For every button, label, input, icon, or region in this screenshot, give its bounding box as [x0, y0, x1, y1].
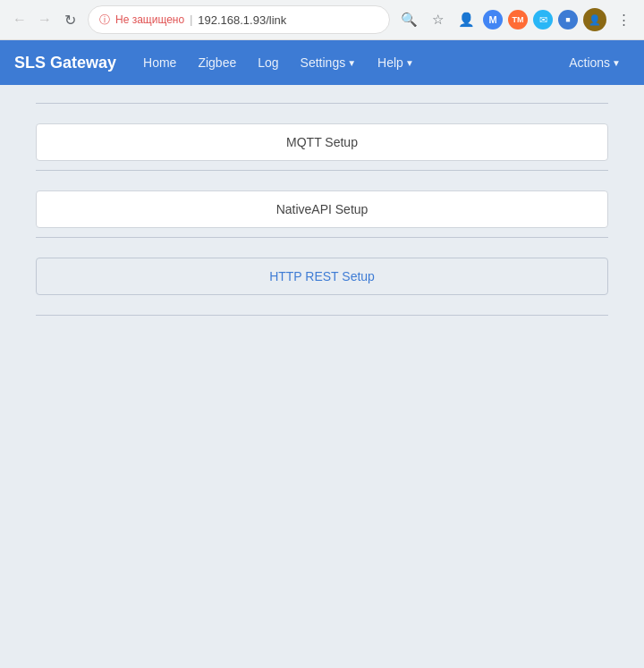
nav-settings-label: Settings [301, 55, 346, 70]
nav-log[interactable]: Log [249, 50, 287, 75]
nav-actions[interactable]: Actions ▼ [560, 50, 630, 75]
middle-divider-2 [36, 237, 608, 238]
security-icon: ⓘ [99, 13, 110, 28]
content-area: MQTT Setup NativeAPI Setup HTTP REST Set… [0, 85, 644, 666]
actions-dropdown-arrow: ▼ [612, 58, 621, 68]
bookmark-icon-btn[interactable]: ☆ [426, 8, 449, 31]
help-dropdown-arrow: ▼ [405, 58, 414, 68]
nav-zigbee[interactable]: Zigbee [189, 50, 245, 75]
mqtt-setup-button[interactable]: MQTT Setup [36, 123, 608, 161]
extension-icon-tm[interactable]: TM [508, 10, 528, 30]
address-bar[interactable]: ⓘ Не защищено | 192.168.1.93/link [88, 5, 390, 34]
browser-chrome: ← → ↻ ⓘ Не защищено | 192.168.1.93/link … [0, 0, 644, 40]
bottom-divider [36, 315, 608, 316]
nativeapi-setup-button[interactable]: NativeAPI Setup [36, 190, 608, 228]
navbar-links: Home Zigbee Log Settings ▼ Help ▼ [134, 50, 560, 75]
nav-home[interactable]: Home [134, 50, 185, 75]
mqtt-setup-section: MQTT Setup [36, 114, 608, 170]
actions-label: Actions [569, 55, 610, 70]
http-rest-setup-section: HTTP REST Setup [36, 249, 608, 304]
navbar-actions: Actions ▼ [560, 50, 630, 75]
nav-settings[interactable]: Settings ▼ [292, 50, 366, 75]
brand-name: SLS Gateway [14, 54, 116, 72]
back-button[interactable]: ← [9, 9, 30, 30]
reload-button[interactable]: ↻ [59, 9, 80, 30]
url-text: 192.168.1.93/link [198, 13, 378, 27]
navbar: SLS Gateway Home Zigbee Log Settings ▼ H… [0, 40, 644, 85]
top-divider [36, 103, 608, 104]
user-avatar[interactable]: 👤 [583, 8, 606, 31]
browser-actions: 🔍 ☆ 👤 M TM ✉ ■ 👤 ⋮ [397, 8, 635, 31]
url-insecure-label: Не защищено [115, 13, 184, 26]
url-separator: | [190, 13, 192, 26]
buttons-wrapper: MQTT Setup NativeAPI Setup HTTP REST Set… [36, 103, 608, 316]
browser-toolbar: ← → ↻ ⓘ Не защищено | 192.168.1.93/link … [0, 0, 644, 39]
profile-icon-btn[interactable]: 👤 [454, 8, 478, 31]
middle-divider-1 [36, 170, 608, 171]
extension-icon-tg[interactable]: ✉ [533, 10, 553, 30]
extension-icon-ext[interactable]: ■ [558, 10, 578, 30]
http-rest-setup-button[interactable]: HTTP REST Setup [36, 258, 608, 295]
settings-dropdown-arrow: ▼ [347, 58, 356, 68]
search-icon-btn[interactable]: 🔍 [397, 8, 420, 31]
nav-help[interactable]: Help ▼ [369, 50, 423, 75]
browser-nav-buttons: ← → ↻ [9, 9, 80, 30]
nativeapi-setup-section: NativeAPI Setup [36, 182, 608, 237]
account-icon-m[interactable]: M [483, 10, 503, 30]
menu-icon-btn[interactable]: ⋮ [612, 8, 635, 31]
forward-button[interactable]: → [34, 9, 55, 30]
nav-help-label: Help [377, 55, 403, 70]
